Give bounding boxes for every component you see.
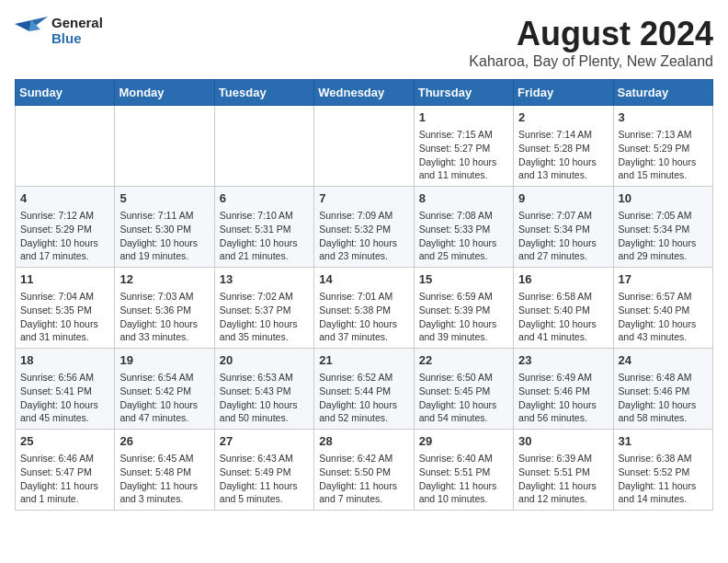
svg-marker-2: [15, 20, 31, 31]
calendar-cell: 10Sunrise: 7:05 AM Sunset: 5:34 PM Dayli…: [613, 187, 712, 268]
weekday-header-friday: Friday: [514, 80, 613, 106]
calendar-header: SundayMondayTuesdayWednesdayThursdayFrid…: [16, 80, 713, 106]
day-number: 13: [220, 271, 309, 288]
day-number: 18: [20, 352, 109, 369]
day-detail: Sunrise: 7:11 AM Sunset: 5:30 PM Dayligh…: [119, 209, 209, 263]
calendar-cell: 27Sunrise: 6:43 AM Sunset: 5:49 PM Dayli…: [214, 430, 313, 511]
day-detail: Sunrise: 6:49 AM Sunset: 5:46 PM Dayligh…: [518, 371, 608, 425]
calendar-cell: 18Sunrise: 6:56 AM Sunset: 5:41 PM Dayli…: [16, 349, 115, 430]
calendar-cell: 12Sunrise: 7:03 AM Sunset: 5:36 PM Dayli…: [115, 268, 214, 349]
calendar-cell: 21Sunrise: 6:52 AM Sunset: 5:44 PM Dayli…: [314, 349, 414, 430]
day-number: 14: [319, 271, 408, 288]
day-detail: Sunrise: 6:54 AM Sunset: 5:42 PM Dayligh…: [119, 371, 209, 425]
calendar-cell: 4Sunrise: 7:12 AM Sunset: 5:29 PM Daylig…: [16, 187, 115, 268]
day-detail: Sunrise: 6:57 AM Sunset: 5:40 PM Dayligh…: [619, 290, 708, 344]
day-detail: Sunrise: 6:48 AM Sunset: 5:46 PM Dayligh…: [619, 371, 708, 425]
day-number: 11: [20, 271, 109, 288]
day-number: 15: [419, 271, 508, 288]
day-detail: Sunrise: 6:39 AM Sunset: 5:51 PM Dayligh…: [518, 452, 608, 506]
day-number: 20: [220, 352, 309, 369]
weekday-header-wednesday: Wednesday: [314, 80, 414, 106]
weekday-header-saturday: Saturday: [613, 80, 712, 106]
location-subtitle: Kaharoa, Bay of Plenty, New Zealand: [469, 53, 713, 70]
day-detail: Sunrise: 6:46 AM Sunset: 5:47 PM Dayligh…: [20, 452, 109, 506]
week-row-1: 1Sunrise: 7:15 AM Sunset: 5:27 PM Daylig…: [16, 106, 713, 187]
calendar-cell: [314, 106, 414, 187]
day-detail: Sunrise: 7:10 AM Sunset: 5:31 PM Dayligh…: [220, 209, 309, 263]
calendar-body: 1Sunrise: 7:15 AM Sunset: 5:27 PM Daylig…: [16, 106, 713, 511]
calendar-cell: 19Sunrise: 6:54 AM Sunset: 5:42 PM Dayli…: [115, 349, 214, 430]
day-number: 17: [619, 271, 708, 288]
logo-subtext: Blue: [51, 30, 103, 46]
calendar-cell: 24Sunrise: 6:48 AM Sunset: 5:46 PM Dayli…: [613, 349, 712, 430]
logo-icon: [15, 17, 48, 44]
day-number: 26: [119, 433, 209, 450]
calendar-cell: 15Sunrise: 6:59 AM Sunset: 5:39 PM Dayli…: [414, 268, 513, 349]
calendar-cell: 6Sunrise: 7:10 AM Sunset: 5:31 PM Daylig…: [214, 187, 313, 268]
week-row-3: 11Sunrise: 7:04 AM Sunset: 5:35 PM Dayli…: [16, 268, 713, 349]
day-number: 1: [419, 109, 508, 126]
day-detail: Sunrise: 7:08 AM Sunset: 5:33 PM Dayligh…: [419, 209, 508, 263]
weekday-header-monday: Monday: [115, 80, 214, 106]
calendar-cell: 13Sunrise: 7:02 AM Sunset: 5:37 PM Dayli…: [214, 268, 313, 349]
day-detail: Sunrise: 6:40 AM Sunset: 5:51 PM Dayligh…: [419, 452, 508, 506]
day-number: 19: [119, 352, 209, 369]
day-number: 30: [518, 433, 608, 450]
day-detail: Sunrise: 6:59 AM Sunset: 5:39 PM Dayligh…: [419, 290, 508, 344]
calendar-cell: [16, 106, 115, 187]
day-detail: Sunrise: 6:53 AM Sunset: 5:43 PM Dayligh…: [220, 371, 309, 425]
day-detail: Sunrise: 7:01 AM Sunset: 5:38 PM Dayligh…: [319, 290, 408, 344]
calendar-cell: 26Sunrise: 6:45 AM Sunset: 5:48 PM Dayli…: [115, 430, 214, 511]
logo-text: General: [51, 15, 103, 30]
day-detail: Sunrise: 7:13 AM Sunset: 5:29 PM Dayligh…: [619, 128, 708, 182]
calendar-cell: 30Sunrise: 6:39 AM Sunset: 5:51 PM Dayli…: [514, 430, 613, 511]
day-number: 3: [619, 109, 708, 126]
day-detail: Sunrise: 6:43 AM Sunset: 5:49 PM Dayligh…: [220, 452, 309, 506]
weekday-row: SundayMondayTuesdayWednesdayThursdayFrid…: [16, 80, 713, 106]
day-detail: Sunrise: 7:07 AM Sunset: 5:34 PM Dayligh…: [518, 209, 608, 263]
calendar-cell: 22Sunrise: 6:50 AM Sunset: 5:45 PM Dayli…: [414, 349, 513, 430]
day-number: 7: [319, 190, 408, 207]
day-number: 24: [619, 352, 708, 369]
day-number: 23: [518, 352, 608, 369]
calendar-table: SundayMondayTuesdayWednesdayThursdayFrid…: [15, 79, 713, 511]
title-block: August 2024 Kaharoa, Bay of Plenty, New …: [469, 15, 713, 70]
day-number: 16: [518, 271, 608, 288]
calendar-cell: [115, 106, 214, 187]
day-detail: Sunrise: 6:45 AM Sunset: 5:48 PM Dayligh…: [119, 452, 209, 506]
calendar-cell: 11Sunrise: 7:04 AM Sunset: 5:35 PM Dayli…: [16, 268, 115, 349]
day-number: 27: [220, 433, 309, 450]
day-number: 28: [319, 433, 408, 450]
week-row-2: 4Sunrise: 7:12 AM Sunset: 5:29 PM Daylig…: [16, 187, 713, 268]
calendar-cell: 17Sunrise: 6:57 AM Sunset: 5:40 PM Dayli…: [613, 268, 712, 349]
day-detail: Sunrise: 7:12 AM Sunset: 5:29 PM Dayligh…: [20, 209, 109, 263]
day-number: 29: [419, 433, 508, 450]
calendar-cell: [214, 106, 313, 187]
calendar-cell: 14Sunrise: 7:01 AM Sunset: 5:38 PM Dayli…: [314, 268, 414, 349]
day-detail: Sunrise: 6:56 AM Sunset: 5:41 PM Dayligh…: [20, 371, 109, 425]
day-detail: Sunrise: 6:52 AM Sunset: 5:44 PM Dayligh…: [319, 371, 408, 425]
day-detail: Sunrise: 7:14 AM Sunset: 5:28 PM Dayligh…: [518, 128, 608, 182]
calendar-cell: 28Sunrise: 6:42 AM Sunset: 5:50 PM Dayli…: [314, 430, 414, 511]
calendar-cell: 16Sunrise: 6:58 AM Sunset: 5:40 PM Dayli…: [514, 268, 613, 349]
day-detail: Sunrise: 6:50 AM Sunset: 5:45 PM Dayligh…: [419, 371, 508, 425]
day-detail: Sunrise: 6:42 AM Sunset: 5:50 PM Dayligh…: [319, 452, 408, 506]
day-number: 6: [220, 190, 309, 207]
day-number: 12: [119, 271, 209, 288]
week-row-4: 18Sunrise: 6:56 AM Sunset: 5:41 PM Dayli…: [16, 349, 713, 430]
weekday-header-tuesday: Tuesday: [214, 80, 313, 106]
calendar-cell: 2Sunrise: 7:14 AM Sunset: 5:28 PM Daylig…: [514, 106, 613, 187]
day-detail: Sunrise: 6:58 AM Sunset: 5:40 PM Dayligh…: [518, 290, 608, 344]
day-number: 2: [518, 109, 608, 126]
calendar-cell: 29Sunrise: 6:40 AM Sunset: 5:51 PM Dayli…: [414, 430, 513, 511]
day-detail: Sunrise: 7:04 AM Sunset: 5:35 PM Dayligh…: [20, 290, 109, 344]
calendar-cell: 7Sunrise: 7:09 AM Sunset: 5:32 PM Daylig…: [314, 187, 414, 268]
day-number: 10: [619, 190, 708, 207]
day-number: 5: [119, 190, 209, 207]
day-number: 22: [419, 352, 508, 369]
day-number: 4: [20, 190, 109, 207]
day-detail: Sunrise: 6:38 AM Sunset: 5:52 PM Dayligh…: [619, 452, 708, 506]
page-header: General Blue August 2024 Kaharoa, Bay of…: [15, 15, 713, 70]
day-detail: Sunrise: 7:03 AM Sunset: 5:36 PM Dayligh…: [119, 290, 209, 344]
day-number: 31: [619, 433, 708, 450]
